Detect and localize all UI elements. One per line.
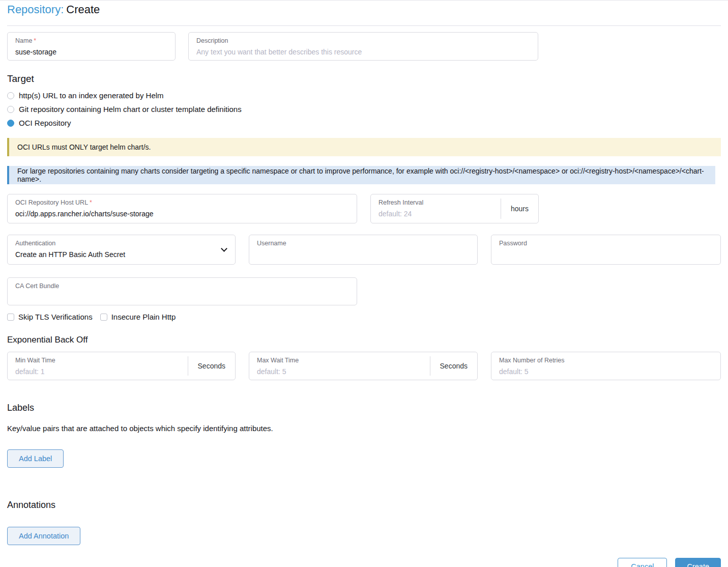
repository-create-page: Repository:Create Name* suse-storage Des… <box>0 1 728 567</box>
authentication-row: Authentication Create an HTTP Basic Auth… <box>7 235 721 265</box>
required-asterisk: * <box>90 199 92 206</box>
ca-cert-bundle-input[interactable] <box>15 293 349 302</box>
min-wait-time-label: Min Wait Time <box>15 357 180 364</box>
name-label: Name* <box>15 37 167 45</box>
authentication-label: Authentication <box>15 240 227 247</box>
max-wait-time-label: Max Wait Time <box>257 357 422 364</box>
description-label: Description <box>196 37 530 45</box>
oci-url-label: OCI Repository Host URL* <box>15 199 349 207</box>
info-banner-text: For large repositories containing many c… <box>17 167 707 183</box>
password-input[interactable] <box>499 250 713 259</box>
name-field[interactable]: Name* suse-storage <box>7 32 176 61</box>
min-wait-time-input[interactable]: default: 1 <box>15 367 180 376</box>
authentication-value: Create an HTTP Basic Auth Secret <box>15 250 227 259</box>
authentication-select[interactable]: Authentication Create an HTTP Basic Auth… <box>7 235 236 265</box>
radio-label: Git repository containing Helm chart or … <box>19 105 242 114</box>
radio-option-oci-repository[interactable]: OCI Repository <box>7 119 721 127</box>
radio-option-http-url[interactable]: http(s) URL to an index generated by Hel… <box>7 91 721 100</box>
oci-url-input[interactable]: oci://dp.apps.rancher.io/charts/suse-sto… <box>15 210 349 218</box>
page-title-resource: Repository: <box>7 3 64 16</box>
refresh-interval-unit: hours <box>501 199 538 219</box>
username-input[interactable] <box>257 250 470 259</box>
annotations-section: Annotations Add Annotation <box>7 500 721 545</box>
checkbox-icon[interactable] <box>100 314 107 321</box>
radio-label: OCI Repository <box>19 119 71 127</box>
insecure-plain-http-checkbox[interactable]: Insecure Plain Http <box>100 313 176 321</box>
labels-description: Key/value pairs that are attached to obj… <box>7 424 721 433</box>
min-wait-time-field[interactable]: Min Wait Time default: 1 Seconds <box>7 352 236 380</box>
cancel-button[interactable]: Cancel <box>618 558 667 567</box>
refresh-interval-field[interactable]: Refresh Interval default: 24 hours <box>370 194 539 223</box>
page-title-action: Create <box>66 3 100 16</box>
labels-section: Labels Key/value pairs that are attached… <box>7 403 721 468</box>
max-retries-field[interactable]: Max Number of Retries default: 5 <box>491 352 721 380</box>
name-description-row: Name* suse-storage Description Any text … <box>7 32 721 61</box>
username-label: Username <box>257 240 470 247</box>
radio-label: http(s) URL to an index generated by Hel… <box>19 91 164 100</box>
labels-heading: Labels <box>7 403 721 413</box>
add-annotation-button[interactable]: Add Annotation <box>7 527 80 545</box>
max-wait-time-field[interactable]: Max Wait Time default: 5 Seconds <box>249 352 478 380</box>
description-input[interactable]: Any text you want that better describes … <box>196 48 530 56</box>
page-title: Repository:Create <box>7 3 721 17</box>
backoff-heading: Exponential Back Off <box>7 335 721 345</box>
password-field[interactable]: Password <box>491 235 721 265</box>
oci-url-field[interactable]: OCI Repository Host URL* oci://dp.apps.r… <box>7 194 357 223</box>
oci-url-row: OCI Repository Host URL* oci://dp.apps.r… <box>7 194 721 223</box>
name-input[interactable]: suse-storage <box>15 48 167 56</box>
skip-tls-verifications-checkbox[interactable]: Skip TLS Verifications <box>7 313 93 321</box>
radio-icon[interactable] <box>7 106 14 113</box>
required-asterisk: * <box>34 37 36 44</box>
tls-options-row: Skip TLS Verifications Insecure Plain Ht… <box>7 313 721 321</box>
warning-banner-text: OCI URLs must ONLY target helm chart/s. <box>17 143 151 151</box>
create-button[interactable]: Create <box>675 558 721 567</box>
radio-option-git-repository[interactable]: Git repository containing Helm chart or … <box>7 105 721 114</box>
checkbox-label: Skip TLS Verifications <box>18 313 93 321</box>
max-wait-time-input[interactable]: default: 5 <box>257 367 422 376</box>
min-wait-time-unit: Seconds <box>188 356 235 376</box>
description-field[interactable]: Description Any text you want that bette… <box>188 32 538 61</box>
info-banner: For large repositories containing many c… <box>7 166 715 184</box>
ca-cert-bundle-label: CA Cert Bundle <box>15 282 349 290</box>
password-label: Password <box>499 240 713 247</box>
max-retries-input[interactable]: default: 5 <box>499 367 713 376</box>
max-retries-label: Max Number of Retries <box>499 357 713 364</box>
header-divider <box>7 25 721 26</box>
warning-banner: OCI URLs must ONLY target helm chart/s. <box>7 138 721 156</box>
refresh-interval-label: Refresh Interval <box>378 199 493 207</box>
footer-actions: Cancel Create <box>7 558 721 567</box>
ca-cert-bundle-field[interactable]: CA Cert Bundle <box>7 277 357 305</box>
radio-icon[interactable] <box>7 92 14 99</box>
radio-selected-icon[interactable] <box>7 120 14 127</box>
backoff-row: Min Wait Time default: 1 Seconds Max Wai… <box>7 352 721 380</box>
checkbox-label: Insecure Plain Http <box>111 313 176 321</box>
annotations-heading: Annotations <box>7 500 721 511</box>
username-field[interactable]: Username <box>249 235 478 265</box>
checkbox-icon[interactable] <box>7 314 14 321</box>
refresh-interval-input[interactable]: default: 24 <box>378 210 493 218</box>
max-wait-time-unit: Seconds <box>430 356 477 376</box>
add-label-button[interactable]: Add Label <box>7 449 64 468</box>
target-heading: Target <box>7 73 721 84</box>
